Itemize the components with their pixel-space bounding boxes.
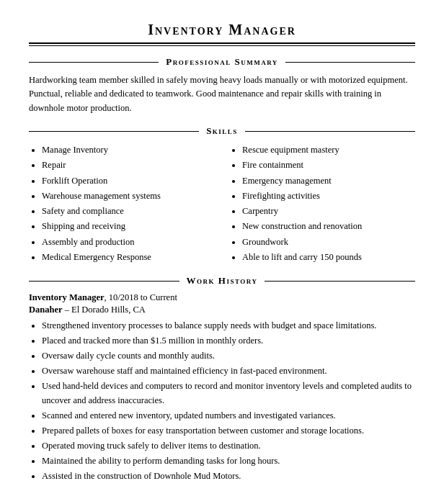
professional-summary-header: Professional Summary xyxy=(29,56,415,68)
skill-item: Shipping and receiving xyxy=(42,219,215,234)
skill-item: Assembly and production xyxy=(42,235,215,250)
skill-item: Fire containment xyxy=(242,158,415,173)
skill-item: Forklift Operation xyxy=(42,174,215,189)
skills-left-column: Manage Inventory Repair Forklift Operati… xyxy=(29,143,215,265)
skills-section-title: Skills xyxy=(199,125,245,137)
company-name: Danaher xyxy=(29,305,63,315)
skill-item: Carpentry xyxy=(242,204,415,219)
summary-text: Hardworking team member skilled in safel… xyxy=(29,73,415,115)
job-bullet: Strengthened inventory processes to bala… xyxy=(42,318,415,333)
job-entry: Inventory Manager, 10/2018 to Current Da… xyxy=(29,292,415,483)
job-bullet: Oversaw warehouse staff and maintained e… xyxy=(42,364,415,378)
skills-header: Skills xyxy=(29,125,415,137)
skills-columns: Manage Inventory Repair Forklift Operati… xyxy=(29,143,415,265)
title-rule-thick xyxy=(29,42,415,44)
skill-item: Warehouse management systems xyxy=(42,189,215,204)
skill-item: Repair xyxy=(42,158,215,173)
skills-section: Skills Manage Inventory Repair Forklift … xyxy=(29,125,415,265)
skill-item: Able to lift and carry 150 pounds xyxy=(242,250,415,265)
skill-item: Emergency management xyxy=(242,174,415,189)
job-bullets-list: Strengthened inventory processes to bala… xyxy=(29,318,415,483)
skill-item: Medical Emergency Response xyxy=(42,250,215,265)
skill-item: Manage Inventory xyxy=(42,143,215,158)
skills-right-column: Rescue equipment mastery Fire containmen… xyxy=(229,143,415,265)
skill-item: New construction and renovation xyxy=(242,219,415,234)
work-rule-right xyxy=(265,281,415,282)
job-bullet: Used hand-held devices and computers to … xyxy=(42,379,415,408)
professional-summary-section: Professional Summary Hardworking team me… xyxy=(29,56,415,115)
job-bullet: Assisted in the construction of Downhole… xyxy=(42,469,415,483)
job-title-line: Inventory Manager, 10/2018 to Current xyxy=(29,292,415,303)
summary-section-title: Professional Summary xyxy=(159,56,285,68)
job-title: Inventory Manager xyxy=(29,292,105,302)
skill-item: Safety and compliance xyxy=(42,204,215,219)
work-rule-left xyxy=(29,281,179,282)
skill-item: Firefighting activities xyxy=(242,189,415,204)
skills-rule-right xyxy=(245,131,415,132)
job-bullet: Scanned and entered new inventory, updat… xyxy=(42,408,415,423)
skill-item: Groundwork xyxy=(242,235,415,250)
job-bullet: Maintained the ability to perform demand… xyxy=(42,454,415,468)
skill-item: Rescue equipment mastery xyxy=(242,143,415,158)
work-history-section-title: Work History xyxy=(179,275,265,287)
summary-rule-right xyxy=(285,62,415,63)
work-history-section: Work History Inventory Manager, 10/2018 … xyxy=(29,275,415,483)
summary-rule-left xyxy=(29,62,159,63)
job-dates: 10/2018 to Current xyxy=(109,292,177,302)
skills-rule-left xyxy=(29,131,199,132)
page-title: Inventory Manager xyxy=(29,22,415,38)
job-bullet: Placed and tracked more than $1.5 millio… xyxy=(42,333,415,348)
company-location: Danaher – El Dorado Hills, CA xyxy=(29,305,415,315)
work-history-header: Work History xyxy=(29,275,415,287)
title-rule-thin xyxy=(29,45,415,46)
job-bullet: Operated moving truck safely to deliver … xyxy=(42,438,415,453)
job-bullet: Prepared pallets of boxes for easy trans… xyxy=(42,423,415,438)
job-bullet: Oversaw daily cycle counts and monthly a… xyxy=(42,348,415,363)
